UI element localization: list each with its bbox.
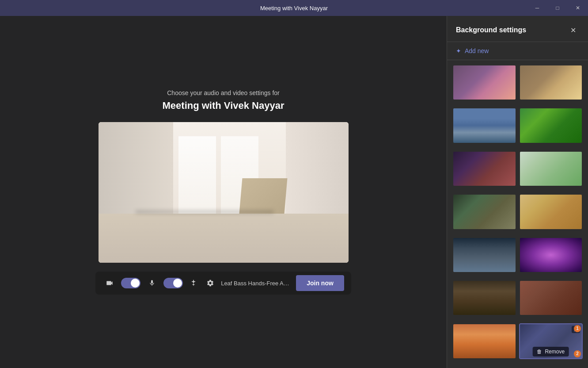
bg-image-11 (453, 281, 516, 315)
camera-icon (102, 276, 117, 290)
bg-image-9 (453, 238, 516, 272)
add-new-button[interactable]: ✦ Add new (447, 42, 588, 60)
background-thumb-12[interactable] (519, 280, 583, 316)
bg-image-14 (520, 324, 582, 358)
join-now-button[interactable]: Join now (296, 275, 344, 291)
video-toggle[interactable] (121, 278, 140, 288)
background-thumb-9[interactable] (452, 237, 516, 273)
video-toggle-knob (131, 279, 140, 288)
window-title: Meeting with Vivek Nayyar (260, 5, 328, 12)
panel-header: Background settings ✕ (447, 16, 588, 42)
left-panel: Choose your audio and video settings for… (0, 16, 447, 368)
bg-image-13 (453, 324, 516, 358)
background-thumb-5[interactable] (452, 151, 516, 187)
plus-icon: ✦ (456, 47, 461, 54)
bg-image-2 (520, 65, 582, 100)
background-thumb-3[interactable] (452, 107, 516, 143)
background-grid: ... 1 🗑 Remove 2 (447, 60, 588, 368)
bg-image-6 (520, 152, 582, 186)
mic-icon (145, 276, 159, 290)
bg-image-5 (453, 152, 516, 186)
audio-toggle[interactable] (163, 278, 183, 288)
bg-image-1 (453, 65, 516, 100)
more-options-button[interactable]: ... (572, 326, 580, 333)
window-controls: ─ □ ✕ (527, 0, 588, 16)
remove-label[interactable]: Remove (545, 349, 565, 355)
background-thumb-1[interactable] (452, 65, 516, 100)
background-thumb-13[interactable] (452, 323, 516, 359)
background-thumb-6[interactable] (519, 151, 583, 187)
add-new-label: Add new (465, 47, 489, 54)
controls-bar: Leaf Bass Hands-Free AG Au... Join now (95, 272, 351, 295)
main-area: Choose your audio and video settings for… (0, 16, 588, 368)
bg-image-8 (520, 195, 582, 229)
background-thumb-2[interactable] (519, 65, 583, 100)
trash-icon: 🗑 (537, 349, 542, 355)
effects-icon[interactable] (187, 277, 200, 289)
badge-1: 1 (574, 325, 581, 332)
badge-2: 2 (574, 350, 581, 357)
bg-image-3 (453, 108, 516, 142)
video-preview-bg (99, 122, 349, 263)
panel-title: Background settings (456, 26, 526, 34)
bg-image-4 (520, 108, 582, 142)
meeting-title: Meeting with Vivek Nayyar (163, 100, 285, 111)
bg-image-10 (520, 238, 582, 272)
meeting-subtitle: Choose your audio and video settings for (167, 89, 280, 96)
close-button[interactable]: ✕ (568, 0, 588, 16)
title-bar: Meeting with Vivek Nayyar ─ □ ✕ (0, 0, 588, 16)
panel-close-button[interactable]: ✕ (567, 24, 579, 36)
background-thumb-7[interactable] (452, 194, 516, 230)
audio-toggle-knob (173, 279, 182, 288)
device-label: Leaf Bass Hands-Free AG Au... (221, 280, 292, 287)
remove-overlay: 🗑 Remove (532, 347, 569, 356)
bg-image-7 (453, 195, 516, 229)
maximize-button[interactable]: □ (547, 0, 568, 16)
bg-image-12 (520, 281, 582, 315)
video-preview (99, 122, 349, 263)
minimize-button[interactable]: ─ (527, 0, 547, 16)
background-thumb-10[interactable] (519, 237, 583, 273)
background-thumb-14[interactable]: ... 1 🗑 Remove 2 (519, 323, 583, 359)
background-thumb-11[interactable] (452, 280, 516, 316)
background-settings-panel: Background settings ✕ ✦ Add new (447, 16, 588, 368)
background-thumb-8[interactable] (519, 194, 583, 230)
background-thumb-4[interactable] (519, 107, 583, 143)
settings-icon[interactable] (204, 277, 216, 289)
